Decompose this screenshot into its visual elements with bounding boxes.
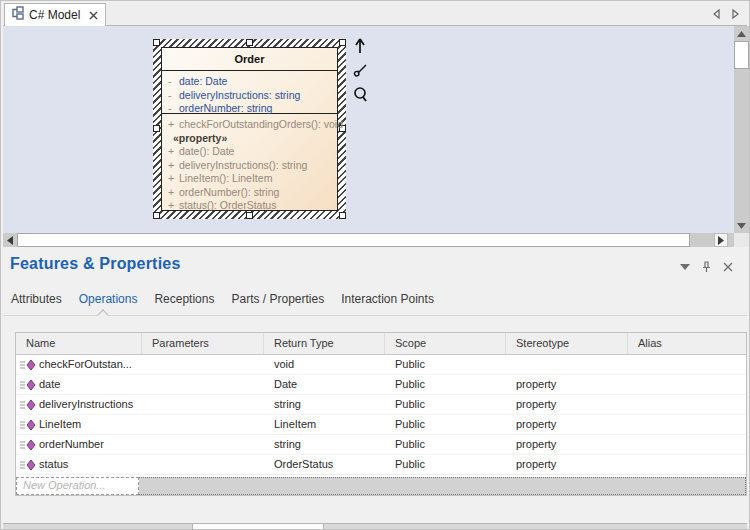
tab-close-icon[interactable] — [89, 11, 98, 20]
horizontal-scroll-thumb[interactable] — [17, 233, 690, 247]
vertical-scrollbar[interactable] — [734, 26, 749, 233]
table-header-row: Name Parameters Return Type Scope Stereo… — [16, 333, 746, 355]
class-selection-frame: Order -date: Date -deliveryInstructions:… — [153, 39, 346, 219]
new-operation-row-fill — [139, 477, 746, 495]
selection-handle[interactable] — [153, 125, 160, 132]
class-operation: +LineItem(): LineItem — [162, 172, 337, 186]
uml-class-order[interactable]: Order -date: Date -deliveryInstructions:… — [161, 47, 338, 211]
table-row[interactable]: checkForOutstan... void Public — [16, 355, 746, 375]
quick-linker-icon[interactable] — [352, 63, 368, 82]
new-operation-row[interactable]: New Operation... — [16, 477, 746, 495]
class-operation: +status(): OrderStatus — [162, 199, 337, 213]
close-icon[interactable] — [723, 262, 733, 272]
element-floating-toolbar — [350, 37, 370, 107]
tab-parts-properties[interactable]: Parts / Properties — [231, 292, 324, 306]
operation-icon — [20, 399, 36, 411]
column-header-stereotype[interactable]: Stereotype — [506, 333, 628, 354]
class-operations-compartment: +checkForOutstandingOrders(): void «prop… — [162, 114, 337, 213]
dock-tab[interactable] — [3, 523, 193, 530]
tab-attributes[interactable]: Attributes — [11, 292, 62, 306]
selection-handle[interactable] — [153, 39, 160, 46]
diagram-canvas[interactable]: Order -date: Date -deliveryInstructions:… — [3, 26, 734, 233]
table-row[interactable]: LineItem LineItem Public property — [16, 415, 746, 435]
scroll-up-button[interactable] — [734, 26, 749, 41]
scrollbar-corner — [734, 233, 749, 247]
selection-handle[interactable] — [246, 212, 253, 219]
column-header-parameters[interactable]: Parameters — [142, 333, 264, 354]
class-attribute: -date: Date — [162, 75, 337, 89]
operations-table: Name Parameters Return Type Scope Stereo… — [15, 332, 747, 496]
operation-icon — [20, 439, 36, 451]
tab-operations[interactable]: Operations — [79, 292, 138, 306]
panel-title: Features & Properties — [10, 255, 180, 273]
selection-handle[interactable] — [246, 39, 253, 46]
horizontal-scrollbar[interactable] — [3, 233, 734, 247]
pin-icon[interactable] — [702, 261, 711, 273]
class-operation: +orderNumber(): string — [162, 186, 337, 200]
scroll-left-button[interactable] — [3, 233, 17, 247]
class-attribute: -deliveryInstructions: string — [162, 89, 337, 103]
table-row[interactable]: deliveryInstructions string Public prope… — [16, 395, 746, 415]
stereotype-group-label: «property» — [173, 132, 337, 146]
table-row[interactable]: date Date Public property — [16, 375, 746, 395]
scroll-right-button[interactable] — [714, 233, 728, 247]
bottom-dock-tab-strip — [3, 523, 747, 530]
class-name: Order — [162, 48, 337, 71]
operation-icon — [20, 379, 36, 391]
new-operation-input[interactable]: New Operation... — [16, 477, 139, 495]
scroll-down-button[interactable] — [734, 218, 749, 233]
document-tab-csharp-model[interactable]: C# Model — [4, 3, 106, 26]
dock-tab[interactable] — [193, 523, 324, 530]
column-header-alias[interactable]: Alias — [628, 333, 746, 354]
dock-tab[interactable] — [324, 523, 747, 530]
operation-icon — [20, 459, 36, 471]
selection-handle[interactable] — [339, 39, 346, 46]
vertical-scroll-thumb[interactable] — [734, 41, 749, 69]
tab-scroll-left-button[interactable] — [711, 7, 723, 21]
app-window: C# Model — [0, 0, 750, 530]
arrow-up-icon[interactable] — [353, 37, 367, 59]
column-header-name[interactable]: Name — [16, 333, 142, 354]
table-row[interactable]: status OrderStatus Public property — [16, 455, 746, 475]
tab-separator — [3, 315, 747, 316]
class-operation: +date(): Date — [162, 145, 337, 159]
features-properties-panel: Features & Properties Attributes Operati… — [3, 247, 747, 527]
operation-icon — [20, 359, 36, 371]
tab-scroll-right-button[interactable] — [729, 7, 741, 21]
class-attributes-compartment: -date: Date -deliveryInstructions: strin… — [162, 71, 337, 114]
tab-receptions[interactable]: Receptions — [154, 292, 214, 306]
column-header-return-type[interactable]: Return Type — [264, 333, 385, 354]
diagram-icon — [10, 6, 25, 24]
operation-icon — [20, 419, 36, 431]
magnifier-icon[interactable] — [353, 86, 368, 107]
selection-handle[interactable] — [153, 212, 160, 219]
tab-interaction-points[interactable]: Interaction Points — [341, 292, 434, 306]
panel-menu-button[interactable] — [680, 264, 690, 270]
tab-label: C# Model — [29, 8, 80, 22]
panel-tab-strip: Attributes Operations Receptions Parts /… — [11, 292, 434, 306]
table-row[interactable]: orderNumber string Public property — [16, 435, 746, 455]
active-tab-notch — [97, 309, 108, 320]
selection-handle[interactable] — [339, 212, 346, 219]
class-operation: +checkForOutstandingOrders(): void — [162, 118, 337, 132]
diagram-tab-bar: C# Model — [3, 3, 747, 26]
column-header-scope[interactable]: Scope — [385, 333, 506, 354]
class-operation: +deliveryInstructions(): string — [162, 159, 337, 173]
